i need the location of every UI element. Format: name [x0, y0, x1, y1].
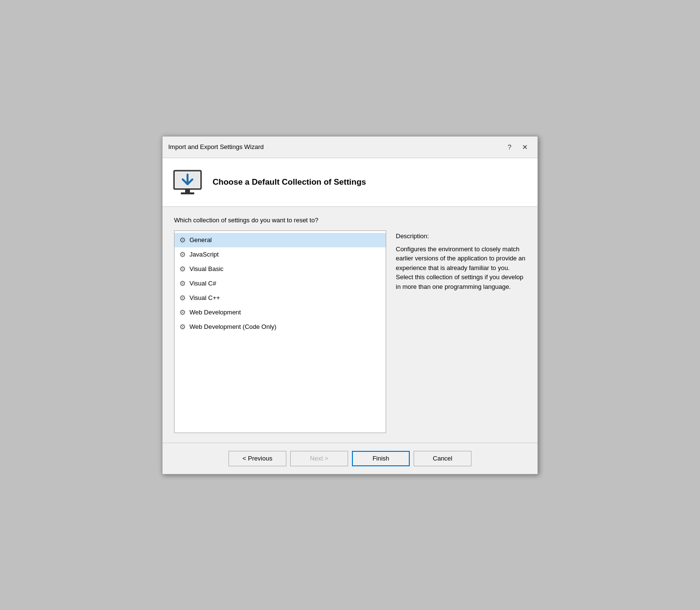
wizard-icon — [172, 167, 203, 198]
previous-button[interactable]: < Previous — [229, 451, 286, 466]
list-item-label: Visual C# — [189, 280, 216, 287]
header-section: Choose a Default Collection of Settings — [162, 158, 538, 207]
list-item-visual-basic[interactable]: ⚙Visual Basic — [175, 262, 386, 276]
list-item-web-development[interactable]: ⚙Web Development — [175, 305, 386, 320]
next-button[interactable]: Next > — [290, 451, 348, 466]
svg-rect-1 — [185, 189, 190, 193]
list-item-label: Visual C++ — [189, 294, 220, 301]
gear-icon: ⚙ — [179, 265, 186, 273]
content-body: ⚙General⚙JavaScript⚙Visual Basic⚙Visual … — [174, 230, 526, 433]
close-button[interactable]: ✕ — [518, 140, 532, 154]
cancel-button[interactable]: Cancel — [414, 451, 471, 466]
list-item-label: Web Development (Code Only) — [189, 323, 276, 330]
list-item-web-development-code-only[interactable]: ⚙Web Development (Code Only) — [175, 320, 386, 334]
content-section: Which collection of settings do you want… — [162, 207, 538, 443]
window-title: Import and Export Settings Wizard — [168, 143, 264, 150]
svg-rect-2 — [181, 192, 194, 194]
gear-icon: ⚙ — [179, 323, 186, 331]
question-text: Which collection of settings do you want… — [174, 217, 526, 224]
list-item-label: Web Development — [189, 309, 241, 316]
description-panel: Description: Configures the environment … — [396, 230, 526, 433]
title-bar: Import and Export Settings Wizard ? ✕ — [162, 136, 538, 158]
help-button[interactable]: ? — [503, 140, 516, 154]
gear-icon: ⚙ — [179, 250, 186, 259]
description-label: Description: — [396, 232, 526, 240]
dialog-window: Import and Export Settings Wizard ? ✕ Ch… — [162, 136, 538, 474]
list-item-general[interactable]: ⚙General — [175, 233, 386, 247]
list-item-javascript[interactable]: ⚙JavaScript — [175, 247, 386, 262]
list-item-label: General — [189, 236, 212, 244]
list-item-visual-cpp[interactable]: ⚙Visual C++ — [175, 291, 386, 305]
list-item-label: JavaScript — [189, 251, 219, 258]
gear-icon: ⚙ — [179, 294, 186, 302]
settings-list[interactable]: ⚙General⚙JavaScript⚙Visual Basic⚙Visual … — [174, 230, 386, 433]
footer-section: < Previous Next > Finish Cancel — [162, 443, 538, 474]
title-bar-controls: ? ✕ — [503, 140, 532, 154]
gear-icon: ⚙ — [179, 279, 186, 288]
header-title: Choose a Default Collection of Settings — [213, 177, 366, 187]
list-item-label: Visual Basic — [189, 265, 224, 272]
gear-icon: ⚙ — [179, 236, 186, 244]
description-text: Configures the environment to closely ma… — [396, 244, 526, 292]
list-item-visual-csharp[interactable]: ⚙Visual C# — [175, 276, 386, 291]
gear-icon: ⚙ — [179, 308, 186, 317]
finish-button[interactable]: Finish — [352, 451, 410, 466]
